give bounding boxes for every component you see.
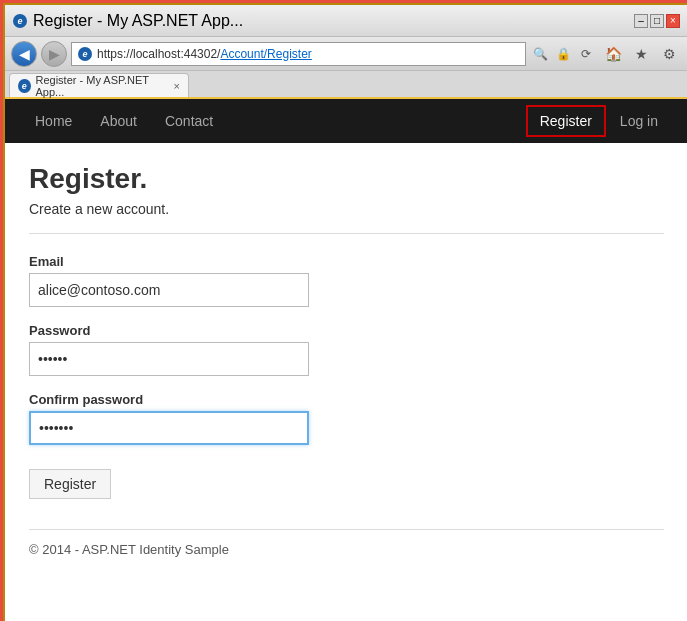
password-label: Password (29, 323, 664, 338)
title-bar: e Register - My ASP.NET App... – □ × (5, 5, 687, 37)
tab-label: Register - My ASP.NET App... (36, 74, 165, 98)
main-content: Register. Create a new account. Email Pa… (5, 143, 687, 621)
lock-icon: 🔒 (553, 44, 573, 64)
page-subtitle: Create a new account. (29, 201, 664, 217)
back-button[interactable]: ◀ (11, 41, 37, 67)
settings-icon[interactable]: ⚙ (656, 41, 682, 67)
nav-register[interactable]: Register (526, 105, 606, 137)
minimize-button[interactable]: – (634, 14, 648, 28)
forward-button[interactable]: ▶ (41, 41, 67, 67)
refresh-icon[interactable]: ⟳ (576, 44, 596, 64)
tab-close-button[interactable]: × (174, 80, 180, 92)
email-group: Email (29, 254, 664, 307)
address-icons: 🔍 🔒 ⟳ (530, 44, 596, 64)
nav-login[interactable]: Log in (606, 105, 672, 137)
app-nav: Home About Contact Register Log in (5, 99, 687, 143)
window-controls: – □ × (634, 14, 680, 28)
ie-logo: e (13, 14, 27, 28)
nav-about[interactable]: About (86, 105, 151, 137)
address-ie-icon: e (78, 47, 92, 61)
password-group: Password (29, 323, 664, 376)
footer: © 2014 - ASP.NET Identity Sample (29, 529, 664, 557)
email-input[interactable] (29, 273, 309, 307)
title-bar-left: e Register - My ASP.NET App... (13, 12, 243, 30)
confirm-password-input[interactable] (29, 411, 309, 445)
confirm-group: Confirm password (29, 392, 664, 445)
nav-right: Register Log in (526, 105, 672, 137)
close-button[interactable]: × (666, 14, 680, 28)
tab-ie-icon: e (18, 79, 31, 93)
window-title: Register - My ASP.NET App... (33, 12, 243, 30)
nav-left: Home About Contact (21, 105, 227, 137)
toolbar-icons: 🏠 ★ ⚙ (600, 41, 682, 67)
address-bar[interactable]: e https://localhost:44302/Account/Regist… (71, 42, 526, 66)
divider (29, 233, 664, 234)
maximize-button[interactable]: □ (650, 14, 664, 28)
nav-home[interactable]: Home (21, 105, 86, 137)
footer-text: © 2014 - ASP.NET Identity Sample (29, 542, 229, 557)
home-toolbar-icon[interactable]: 🏠 (600, 41, 626, 67)
address-bar-row: ◀ ▶ e https://localhost:44302/Account/Re… (5, 37, 687, 71)
password-input[interactable] (29, 342, 309, 376)
address-path: Account/Register (220, 47, 311, 61)
nav-contact[interactable]: Contact (151, 105, 227, 137)
confirm-label: Confirm password (29, 392, 664, 407)
register-submit-button[interactable]: Register (29, 469, 111, 499)
tab-bar: e Register - My ASP.NET App... × (5, 71, 687, 99)
page-title: Register. (29, 163, 664, 195)
address-text: https://localhost:44302/Account/Register (97, 47, 312, 61)
favorites-icon[interactable]: ★ (628, 41, 654, 67)
browser-tab[interactable]: e Register - My ASP.NET App... × (9, 73, 189, 97)
email-label: Email (29, 254, 664, 269)
search-icon[interactable]: 🔍 (530, 44, 550, 64)
